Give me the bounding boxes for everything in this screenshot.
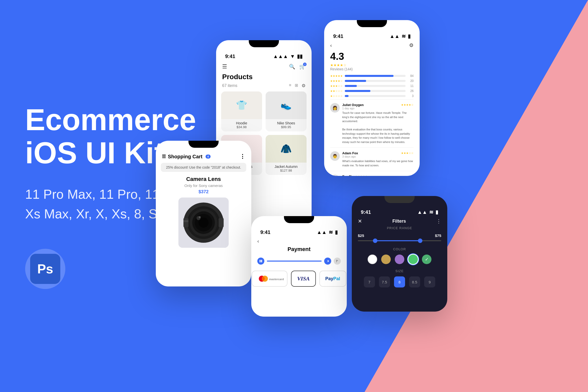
price-slider[interactable] bbox=[358, 240, 441, 241]
payment-title: Payment bbox=[257, 246, 341, 253]
size-9[interactable]: 9 bbox=[424, 276, 435, 287]
review-item-juliet: 👩 Juliet Oxygen ★★★★☆ 1 day ago Touch fo… bbox=[330, 99, 414, 144]
grid-view-icon[interactable]: ⊞ bbox=[295, 83, 298, 88]
filter-icon[interactable]: ⚙ bbox=[302, 83, 306, 88]
status-bar-payment: 9:41 ▲▲ ≋ ▮ bbox=[251, 216, 347, 237]
price-label: PRICE RANGE bbox=[358, 226, 441, 230]
close-icon[interactable]: ✕ bbox=[358, 218, 362, 224]
signal-icon: ▲▲▲ bbox=[273, 54, 288, 59]
size-7-5[interactable]: 7.5 bbox=[379, 276, 390, 287]
reviewer-name: Eve Fire bbox=[342, 175, 355, 176]
payment-slider[interactable] bbox=[257, 258, 341, 265]
price-min: $25 bbox=[358, 233, 364, 238]
products-nav: ☰ 🔍 🛒 3 bbox=[216, 61, 312, 73]
svg-rect-14 bbox=[336, 260, 337, 262]
rating-count: Reviews (144) bbox=[330, 67, 414, 71]
rating-bar-1: ★☆☆☆☆ 3 bbox=[330, 94, 414, 98]
product-name: Nike Shoes bbox=[268, 121, 305, 125]
price-range-row: $25 $75 bbox=[358, 233, 441, 238]
product-price: $34.98 bbox=[223, 125, 260, 129]
cart-item: Camera Lens Only for Sony cameras $372 bbox=[156, 176, 251, 248]
status-right: ▲▲▲ ▼ ▮▮ bbox=[273, 53, 303, 59]
color-gold[interactable] bbox=[381, 255, 391, 264]
product-info: Jacket Autumn $127.98 bbox=[266, 163, 307, 175]
search-icon[interactable]: 🔍 bbox=[289, 64, 295, 70]
product-card-jacket[interactable]: 🧥 Jacket Autumn $127.98 bbox=[266, 135, 307, 175]
more-icon[interactable]: ⋮ bbox=[436, 218, 441, 224]
visa-option[interactable]: VISA bbox=[291, 271, 316, 287]
menu-icon[interactable]: ☰ bbox=[162, 154, 166, 159]
product-name: Jacket Autumn bbox=[268, 165, 305, 169]
status-bar-filters: 9:41 ▲▲ ≋ ▮ bbox=[352, 196, 447, 217]
slider-right-thumb bbox=[324, 258, 331, 265]
cart-icon[interactable]: 🛒 3 bbox=[299, 64, 306, 70]
product-card-nike[interactable]: 👟 Nike Shoes $99.95 bbox=[266, 91, 307, 131]
rating-stars: ★★★★☆ bbox=[330, 63, 414, 67]
product-info: Nike Shoes $99.95 bbox=[266, 119, 307, 131]
more-icon[interactable]: ⋮ bbox=[240, 153, 245, 160]
status-bar-reviews: 9:41 ▲▲ ≋ ▮ bbox=[324, 20, 420, 41]
cart-header: ☰ Shopping Cart 4 ⋮ bbox=[156, 141, 251, 163]
svg-marker-13 bbox=[328, 260, 329, 262]
review-body-eve: Eve Fire ★★★★★ 4 days ago bbox=[342, 175, 368, 176]
color-check[interactable]: ✓ bbox=[422, 255, 431, 264]
status-right: ▲▲ ≋ ▮ bbox=[389, 33, 411, 39]
ps-icon: Ps bbox=[30, 254, 60, 284]
slider-track bbox=[267, 261, 322, 262]
product-card-hoodie[interactable]: 👕 Hoodie $34.98 bbox=[221, 91, 262, 131]
menu-icon[interactable]: ☰ bbox=[222, 63, 227, 70]
size-7[interactable]: 7 bbox=[364, 276, 375, 287]
reviewer-name: Juliet Oxygen bbox=[342, 103, 364, 107]
color-purple[interactable] bbox=[395, 255, 404, 264]
svg-rect-8 bbox=[183, 218, 188, 227]
product-img-nike: 👟 bbox=[266, 91, 307, 119]
paypal-option[interactable]: PayPal bbox=[319, 271, 346, 287]
product-img-jacket: 🧥 bbox=[266, 135, 307, 163]
wifi-icon: ≋ bbox=[402, 33, 406, 39]
cart-item-price: $372 bbox=[162, 189, 245, 194]
svg-rect-9 bbox=[183, 220, 188, 222]
size-label: SIZE bbox=[358, 269, 441, 273]
review-date: 3 days ago bbox=[342, 155, 414, 158]
reviews-content: 4.3 ★★★★☆ Reviews (144) ★★★★★ 84 ★★★★☆ 2… bbox=[324, 51, 420, 176]
svg-point-7 bbox=[199, 216, 201, 218]
svg-rect-12 bbox=[261, 260, 262, 262]
list-view-icon[interactable]: ≡ bbox=[289, 83, 291, 88]
tune-icon[interactable]: ⚙ bbox=[409, 42, 414, 48]
battery-icon: ▮ bbox=[435, 209, 438, 215]
back-icon[interactable]: ‹ bbox=[257, 238, 259, 244]
battery-icon: ▮▮ bbox=[297, 53, 303, 59]
avatar-adam: 👨 bbox=[330, 151, 340, 161]
product-info: Hoodie $34.98 bbox=[221, 119, 262, 131]
review-item-adam: 👨 Adam Fox ★★★☆☆ 3 days ago What's evalu… bbox=[330, 148, 414, 167]
size-8[interactable]: 8 bbox=[394, 276, 405, 287]
cart-menu: ☰ Shopping Cart 4 bbox=[162, 154, 211, 160]
review-item-eve: 👩 Eve Fire ★★★★★ 4 days ago bbox=[330, 171, 414, 176]
price-slider-fill bbox=[374, 240, 420, 241]
ps-badge: Ps bbox=[25, 249, 65, 289]
size-8-5[interactable]: 8.5 bbox=[409, 276, 420, 287]
review-body-juliet: Juliet Oxygen ★★★★☆ 1 day ago Touch for … bbox=[342, 103, 414, 144]
back-icon[interactable]: ‹ bbox=[330, 42, 332, 48]
color-label: COLOR bbox=[358, 247, 441, 251]
signal-icon: ▲▲ bbox=[389, 33, 400, 39]
svg-rect-10 bbox=[219, 218, 224, 227]
color-white[interactable] bbox=[368, 255, 377, 264]
review-stars: ★★★☆☆ bbox=[401, 152, 414, 155]
reviewer-name: Adam Fox bbox=[342, 151, 358, 155]
review-stars: ★★★★☆ bbox=[401, 103, 414, 107]
battery-icon: ▮ bbox=[408, 33, 411, 39]
payment-nav: ‹ bbox=[251, 237, 347, 246]
cart-phone: ☰ Shopping Cart 4 ⋮ 25% discount! Use th… bbox=[156, 141, 251, 286]
mastercard-option[interactable]: mastercard bbox=[252, 271, 287, 287]
svg-marker-15 bbox=[337, 260, 338, 261]
products-title: Products bbox=[216, 73, 312, 83]
signal-icon: ▲▲ bbox=[417, 209, 427, 215]
rating-value: 4.3 bbox=[330, 51, 414, 62]
price-slider-thumb-right[interactable] bbox=[418, 238, 422, 243]
battery-icon: ▮ bbox=[335, 229, 338, 235]
price-slider-thumb-left[interactable] bbox=[373, 238, 377, 243]
rating-bar-2: ★★☆☆☆ 26 bbox=[330, 89, 414, 93]
wifi-icon: ≋ bbox=[429, 209, 433, 215]
color-green[interactable] bbox=[408, 255, 418, 264]
